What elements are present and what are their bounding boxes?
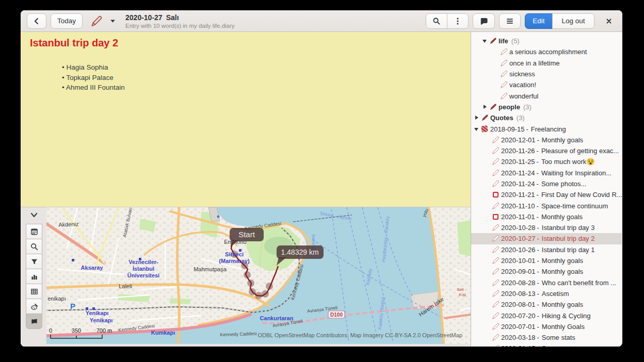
- sidebar-entry-title: Monthly goals: [542, 136, 583, 144]
- main-menu-button[interactable]: [499, 13, 521, 29]
- sidebar-row-people[interactable]: people(3): [471, 102, 622, 112]
- sidebar-row-2020-01-15[interactable]: 2020-01-15-Some stats: [471, 343, 622, 347]
- more-options-button[interactable]: [447, 13, 469, 29]
- logout-button[interactable]: Log out: [552, 13, 594, 29]
- entry-dropdown-button[interactable]: [106, 13, 119, 29]
- sidebar-row-once-in-a-lifetime[interactable]: once in a lifetime: [471, 58, 622, 69]
- sidebar-row-2020-10-01[interactable]: 2020-10-01-Monthly goals: [471, 255, 622, 266]
- sidebar-row-2020-11-25[interactable]: 2020-11-25-Too much work😵: [471, 156, 622, 167]
- sidebar-entry-date: 2020-03-18: [501, 334, 536, 341]
- sidebar-row-2020-11-01[interactable]: 2020-11-01-Monthly goals: [471, 211, 622, 222]
- filter-view-button[interactable]: [26, 254, 42, 269]
- pencil-icon: [492, 246, 499, 253]
- filter-icon: [30, 257, 39, 266]
- close-window-button[interactable]: [602, 13, 616, 29]
- sidebar-row-sickness[interactable]: sickness: [471, 69, 622, 79]
- sidebar-row-a-serious-accomplishment[interactable]: a serious accomplishment: [471, 46, 622, 57]
- sidebar-entry-date: 2020-07-20: [501, 312, 536, 320]
- sidebar-entry-title: Freelancing: [531, 125, 566, 133]
- sidebar-entry-title: Some photos...: [541, 180, 586, 188]
- sidebar-row-2018-09-15[interactable]: 2018-09-15-Freelancing: [471, 123, 622, 134]
- sidebar-item-label: once in a lifetime: [509, 59, 560, 67]
- dropdown-icon: [110, 19, 116, 23]
- pencil-icon: [492, 235, 499, 242]
- sidebar-row-life[interactable]: life(5): [471, 36, 622, 46]
- hamburger-menu-icon: [506, 17, 514, 25]
- sidebar-entry-date: 2020-10-27: [501, 235, 536, 242]
- pencil-icon: [492, 323, 499, 330]
- sidebar-row-2020-08-13[interactable]: 2020-08-13-Ascetism: [471, 288, 622, 299]
- sidebar-row-2020-03-18[interactable]: 2020-03-18-Some stats: [471, 332, 622, 343]
- pencil-icon: [492, 268, 499, 275]
- map-canvas[interactable]: D100 AkdenizAtatürk BulvarıAksarayVeznec…: [46, 207, 471, 344]
- expander-icon[interactable]: [482, 104, 488, 110]
- pencil-icon: [501, 48, 507, 55]
- diary-app-window: Today 2020-10-27Salı Entry with 10 word(…: [21, 10, 622, 347]
- pencil-icon: [481, 114, 488, 121]
- today-button[interactable]: Today: [51, 13, 83, 29]
- map-label: Vezneciler-: [128, 259, 158, 265]
- sidebar-entry-date: 2020-07-01: [501, 323, 536, 331]
- pencil-icon: [501, 93, 507, 100]
- sidebar-row-2020-08-01[interactable]: 2020-08-01-Monthly goals: [471, 299, 622, 310]
- sidebar-item-label: a serious accomplishment: [509, 48, 587, 56]
- entry-pencil-button[interactable]: [87, 13, 106, 29]
- sidebar-row-2020-11-26[interactable]: 2020-11-26-Pleasure of getting exac...: [471, 145, 622, 156]
- header-title: 2020-10-27Salı: [125, 14, 235, 21]
- sidebar-entry-date: 2020-11-21: [501, 191, 535, 199]
- sidebar-row-2020-07-20[interactable]: 2020-07-20-Hiking & Cycling: [471, 310, 622, 321]
- pencil-icon: [490, 104, 496, 110]
- svg-text:350: 350: [72, 327, 81, 334]
- sidebar-entry-date: 2020-11-24: [501, 169, 535, 177]
- pencil-icon: [501, 71, 507, 77]
- sidebar-row-2020-08-28[interactable]: 2020-08-28-Who can't benefit from ...: [471, 277, 622, 288]
- theme-view-button[interactable]: [26, 299, 42, 314]
- table-view-button[interactable]: [26, 284, 42, 299]
- sidebar-row-2020-12-01[interactable]: 2020-12-01-Monthly goals: [471, 135, 622, 145]
- sidebar-row-2020-09-01[interactable]: 2020-09-01-Monthly goals: [471, 266, 622, 277]
- tag-panel-button[interactable]: [473, 13, 495, 29]
- map-label: Yenikapı: [90, 317, 113, 323]
- entry-text-view[interactable]: Istanbul trip day 2 Hagia SophiaTopkapi …: [21, 32, 471, 207]
- pencil-icon: [492, 312, 499, 319]
- edit-button[interactable]: Edit: [525, 13, 553, 29]
- expander-icon[interactable]: [482, 38, 488, 44]
- search-button[interactable]: [426, 13, 447, 29]
- sidebar-row-Quotes[interactable]: Quotes(3): [471, 112, 622, 123]
- sidebar-row-2020-10-28[interactable]: 2020-10-28-Istanbul trip day 3: [471, 222, 622, 233]
- diary-elements-sidebar: life(5) a serious accomplishment once in…: [471, 32, 622, 347]
- svg-text:D100: D100: [330, 312, 343, 318]
- chart-icon: [30, 272, 39, 281]
- sidebar-entry-date: 2020-08-28: [501, 279, 536, 287]
- collapse-panel-button[interactable]: [26, 209, 42, 221]
- sidebar-row-wonderful[interactable]: wonderful: [471, 90, 622, 101]
- pencil-icon: [492, 158, 499, 165]
- sidebar-row-vacation![interactable]: vacation!: [471, 79, 622, 90]
- sidebar-item-label: wonderful: [509, 92, 538, 100]
- chapter-icon: [481, 125, 488, 133]
- pencil-icon: [492, 203, 499, 209]
- sidebar-entry-title: Some stats: [542, 334, 575, 341]
- sidebar-row-2020-11-24[interactable]: 2020-11-24-Some photos...: [471, 178, 622, 189]
- sidebar-row-2020-11-24[interactable]: 2020-11-24-Waiting for Inspiration...: [471, 168, 622, 178]
- sidebar-row-2020-10-26[interactable]: 2020-10-26-Istanbul trip day 1: [471, 244, 622, 255]
- sidebar-row-2020-07-01[interactable]: 2020-07-01-Monthly Goals: [471, 321, 622, 332]
- pencil-icon: [492, 279, 499, 286]
- sidebar-entry-title: Istanbul trip day 3: [542, 224, 595, 232]
- chart-view-button[interactable]: [26, 269, 42, 284]
- sidebar-entry-date: 2020-10-01: [501, 257, 536, 265]
- sidebar-entry-title: Istanbul trip day 1: [542, 246, 595, 254]
- expander-icon[interactable]: [474, 126, 479, 132]
- calendar-view-button[interactable]: [26, 224, 42, 239]
- sidebar-row-2020-11-21[interactable]: 2020-11-21-First Day of New Covid R...: [471, 189, 622, 200]
- expander-icon[interactable]: [474, 115, 479, 121]
- desktop-background: Today 2020-10-27Salı Entry with 10 word(…: [0, 0, 644, 362]
- search-view-button[interactable]: [26, 239, 42, 254]
- sidebar-row-2020-10-27[interactable]: 2020-10-27-Istanbul trip day 2: [471, 233, 622, 244]
- map-label: Mahmutpaşa: [194, 266, 227, 272]
- map-view-button[interactable]: [26, 314, 42, 329]
- sidebar-entry-title: Space-time continuum: [541, 202, 608, 210]
- map-icon: [30, 317, 39, 326]
- back-button[interactable]: [27, 13, 46, 29]
- sidebar-row-2020-11-10[interactable]: 2020-11-10-Space-time continuum: [471, 200, 622, 211]
